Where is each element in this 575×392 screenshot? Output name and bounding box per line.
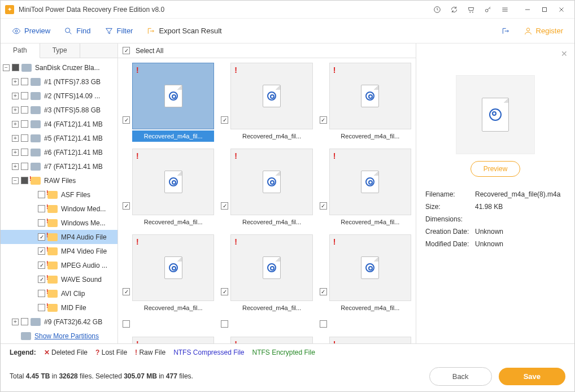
key-icon[interactable] — [480, 2, 496, 18]
expand-icon[interactable]: + — [12, 93, 19, 99]
checkbox[interactable] — [38, 205, 45, 212]
register-button[interactable]: Register — [524, 27, 563, 36]
tree-file-type[interactable]: Windows Me... — [1, 216, 117, 230]
checkbox[interactable] — [21, 78, 28, 85]
checkbox[interactable] — [38, 219, 45, 227]
file-thumbnail[interactable]: ! — [329, 234, 411, 301]
minimize-button[interactable] — [519, 2, 536, 18]
file-thumbnail[interactable]: ! — [230, 149, 312, 215]
expand-icon[interactable]: + — [12, 163, 19, 170]
checkbox[interactable] — [38, 262, 45, 269]
checkbox[interactable] — [38, 233, 45, 241]
clock-icon[interactable] — [429, 2, 446, 18]
checkbox[interactable] — [38, 304, 45, 311]
tree-file-type[interactable]: WAVE Sound — [1, 272, 117, 286]
tree-partition[interactable]: +#7 (FAT12)1.41 MB — [1, 159, 117, 173]
checkbox[interactable] — [21, 149, 28, 156]
expand-icon[interactable]: + — [12, 135, 19, 142]
preview-button[interactable]: Preview — [12, 27, 50, 36]
checkbox[interactable] — [38, 247, 45, 255]
checkbox[interactable] — [21, 177, 28, 184]
file-checkbox[interactable] — [221, 116, 228, 124]
tree-file-type[interactable]: Window Med... — [1, 202, 117, 216]
tree-file-type[interactable]: MPEG Audio ... — [1, 258, 117, 272]
close-preview-icon[interactable]: ✕ — [561, 49, 568, 58]
file-cell[interactable]: !Recovered_m4a_fil... — [221, 149, 312, 228]
maximize-button[interactable] — [536, 2, 553, 18]
back-button[interactable]: Back — [429, 367, 492, 386]
file-cell[interactable]: !Recovered_m4a_fil... — [320, 63, 411, 142]
expand-icon[interactable]: + — [12, 149, 19, 156]
checkbox[interactable] — [21, 134, 28, 142]
show-more-link[interactable]: Show More Partitions — [34, 329, 99, 343]
expand-icon[interactable]: + — [12, 107, 19, 114]
refresh-icon[interactable] — [446, 2, 463, 18]
export-button[interactable]: Export Scan Result — [146, 27, 221, 36]
tab-path[interactable]: Path — [1, 43, 40, 58]
menu-icon[interactable] — [496, 2, 513, 18]
file-checkbox[interactable] — [320, 116, 327, 124]
tree-file-type[interactable]: MP4 Video File — [1, 244, 117, 258]
tree-partition[interactable]: + #9 (FAT32)6.42 GB — [1, 315, 117, 329]
checkbox[interactable] — [21, 92, 28, 99]
tree-partition[interactable]: +#3 (NTFS)5.88 GB — [1, 103, 117, 117]
checkbox[interactable] — [38, 191, 45, 198]
tab-type[interactable]: Type — [40, 43, 80, 58]
file-cell[interactable]: !Recovered_m4a_fil... — [123, 63, 214, 142]
tree-label: Windows Me... — [61, 219, 106, 227]
meta-value: Recovered_m4a_file(8).m4a — [475, 190, 565, 198]
file-checkbox[interactable] — [123, 288, 130, 295]
filter-button[interactable]: Filter — [104, 27, 133, 36]
file-thumbnail[interactable]: ! — [329, 63, 411, 129]
file-cell[interactable]: !Recovered_m4a_fil... — [320, 234, 411, 313]
file-checkbox[interactable] — [320, 288, 327, 295]
collapse-icon[interactable]: − — [3, 64, 10, 71]
file-thumbnail[interactable]: ! — [132, 63, 214, 129]
tree-partition[interactable]: +#5 (FAT12)1.41 MB — [1, 131, 117, 145]
checkbox[interactable] — [21, 318, 28, 325]
file-cell[interactable]: !Recovered_m4a_fil... — [320, 149, 411, 228]
cart-icon[interactable] — [463, 2, 480, 18]
save-button[interactable]: Save — [499, 368, 565, 385]
tree-root[interactable]: − SanDisk Cruzer Bla... — [1, 60, 117, 75]
file-thumbnail[interactable]: ! — [329, 149, 411, 215]
checkbox[interactable] — [21, 120, 28, 128]
checkbox[interactable] — [38, 276, 45, 283]
tree-partition[interactable]: +#6 (FAT12)1.41 MB — [1, 145, 117, 159]
file-cell[interactable]: !Recovered_m4a_fil... — [221, 234, 312, 313]
tree-partition[interactable]: +#2 (NTFS)14.09 ... — [1, 89, 117, 103]
file-checkbox[interactable] — [320, 202, 327, 210]
file-checkbox[interactable] — [221, 288, 228, 295]
file-thumbnail[interactable]: ! — [230, 234, 312, 301]
expand-icon[interactable]: + — [12, 121, 19, 128]
file-thumbnail[interactable]: ! — [132, 234, 214, 301]
file-checkbox[interactable] — [123, 202, 130, 210]
file-checkbox[interactable] — [123, 116, 130, 124]
file-checkbox[interactable] — [221, 202, 228, 210]
file-thumbnail[interactable]: ! — [230, 63, 312, 129]
tree-file-type[interactable]: ASF Files — [1, 188, 117, 202]
preview-file-button[interactable]: Preview — [471, 161, 521, 177]
expand-icon[interactable]: + — [12, 79, 19, 85]
tree-raw-files[interactable]: − RAW Files — [1, 173, 117, 188]
file-thumbnail[interactable]: ! — [132, 149, 214, 215]
tree-file-type[interactable]: MP4 Audio File — [1, 230, 117, 244]
checkbox[interactable] — [21, 106, 28, 114]
checkbox[interactable] — [21, 163, 28, 170]
find-button[interactable]: Find — [64, 27, 90, 36]
tree-partition[interactable]: +#4 (FAT12)1.41 MB — [1, 117, 117, 131]
expand-icon[interactable]: + — [12, 319, 19, 325]
tree-file-type[interactable]: AVI Clip — [1, 286, 117, 300]
checkbox[interactable] — [38, 290, 45, 297]
tree-partition[interactable]: +#1 (NTFS)7.83 GB — [1, 75, 117, 89]
collapse-icon[interactable]: − — [12, 177, 19, 184]
select-all-checkbox[interactable] — [123, 47, 130, 54]
file-cell[interactable]: !Recovered_m4a_fil... — [221, 63, 312, 142]
file-cell[interactable]: !Recovered_m4a_fil... — [123, 149, 214, 228]
tree-file-type[interactable]: MID File — [1, 300, 117, 315]
export-icon-button[interactable] — [501, 27, 510, 36]
close-button[interactable] — [553, 2, 570, 18]
checkbox[interactable] — [12, 64, 19, 71]
file-name: Recovered_m4a_fil... — [329, 130, 411, 142]
file-cell[interactable]: !Recovered_m4a_fil... — [123, 234, 214, 313]
